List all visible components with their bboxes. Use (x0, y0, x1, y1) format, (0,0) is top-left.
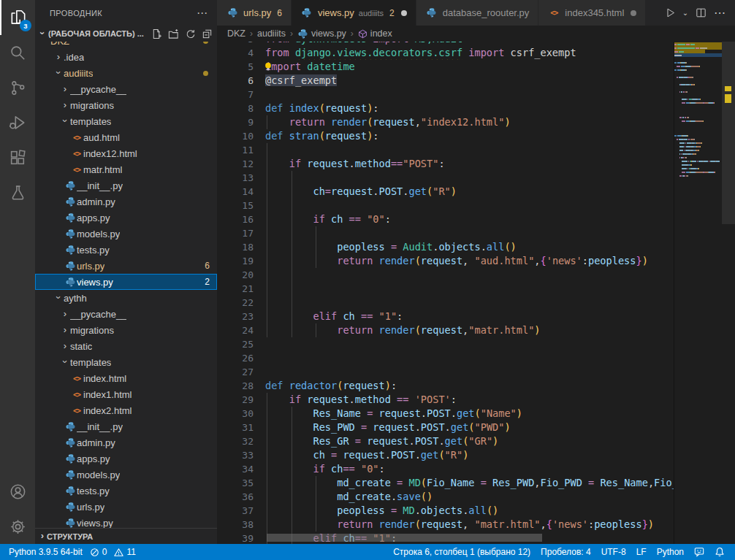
code-line-37[interactable]: 37 peopless = MD.objects.all() (217, 504, 674, 518)
activity-explorer-icon[interactable]: 3 (0, 0, 35, 35)
horizontal-scrollbar-slider[interactable] (267, 534, 542, 542)
code-line-22[interactable]: 22 (217, 296, 674, 310)
activity-account-icon[interactable] (0, 474, 35, 509)
tree-item-admin.py[interactable]: admin.py (35, 434, 217, 450)
line-content[interactable]: elif ch == "1": (265, 310, 674, 323)
status-cursor-position[interactable]: Строка 6, столбец 1 (выбрано 12) (393, 547, 530, 557)
line-content[interactable] (265, 296, 674, 310)
tree-item-urls.py[interactable]: urls.py (35, 499, 217, 515)
tree-item-migrations[interactable]: ›migrations (35, 97, 217, 113)
code-line-29[interactable]: 29 if request.method == 'POST': (217, 393, 674, 407)
tree-item-templates[interactable]: ›templates (35, 354, 217, 370)
tree-item-tests.py[interactable]: tests.py (35, 242, 217, 258)
tree-item-aythh[interactable]: ›aythh (35, 290, 217, 306)
line-content[interactable] (265, 171, 674, 185)
status-problems[interactable]: 011 (90, 547, 140, 557)
activity-search-icon[interactable] (0, 35, 35, 70)
line-content[interactable]: peopless = MD.objects.all() (265, 504, 674, 518)
line-content[interactable]: def index(request): (265, 101, 674, 115)
code-line-4[interactable]: 4from django.views.decorators.csrf impor… (217, 46, 674, 60)
code-line-30[interactable]: 30 Res_Name = request.POST.get("Name") (217, 407, 674, 421)
workspace-section-header[interactable]: › (РАБОЧАЯ ОБЛАСТЬ) ... (35, 26, 217, 42)
line-content[interactable] (265, 365, 674, 379)
tree-item-index12.html[interactable]: <>index12.html (35, 145, 217, 161)
split-editor-button[interactable] (693, 3, 709, 23)
tab-index345.html[interactable]: <>index345.html (538, 0, 646, 26)
tab-urls.py[interactable]: urls.py6 (217, 0, 292, 26)
code-line-11[interactable]: 11 (217, 143, 674, 157)
bell-icon[interactable] (715, 547, 725, 557)
line-content[interactable] (265, 199, 674, 212)
tree-item-__pycache__[interactable]: ›__pycache__ (35, 306, 217, 322)
code-line-36[interactable]: 36 md_create.save() (217, 490, 674, 504)
code-line-26[interactable]: 26 (217, 351, 674, 365)
code-line-33[interactable]: 33 ch = request.POST.get("R") (217, 448, 674, 462)
tree-item-urls.py[interactable]: urls.py6 (35, 258, 217, 274)
code-line-21[interactable]: 21 (217, 282, 674, 296)
horizontal-scrollbar[interactable] (217, 534, 674, 542)
tree-item-migrations[interactable]: ›migrations (35, 322, 217, 338)
code-line-5[interactable]: 5import datetime (217, 60, 674, 74)
line-content[interactable]: def stran(request): (265, 129, 674, 143)
activity-extensions-icon[interactable] (0, 140, 35, 175)
code-line-20[interactable]: 20 (217, 268, 674, 282)
code-line-18[interactable]: 18 peopless = Audit.objects.all() (217, 240, 674, 254)
tree-item-tests.py[interactable]: tests.py (35, 483, 217, 499)
code-line-15[interactable]: 15 (217, 199, 674, 212)
code-line-7[interactable]: 7 (217, 88, 674, 101)
tree-item-matr.html[interactable]: <>matr.html (35, 161, 217, 177)
activity-settings-gear-icon[interactable] (0, 509, 35, 544)
outline-section-header[interactable]: › СТРУКТУРА (35, 528, 217, 544)
line-content[interactable]: md_create = MD(Fio_Name = Res_PWD,Fio_PW… (265, 476, 674, 490)
tree-item-audiiits[interactable]: ›audiiits (35, 65, 217, 81)
tab-views.py[interactable]: views.pyaudiiits2 (292, 0, 416, 26)
line-content[interactable] (265, 337, 674, 351)
tree-item-DKZ[interactable]: ›DKZ (35, 42, 217, 49)
code-line-28[interactable]: 28def redactor(request): (217, 379, 674, 393)
more-editor-actions-icon[interactable]: ⋯ (712, 3, 728, 23)
code-line-32[interactable]: 32 Res_GR = request.POST.get("GR") (217, 434, 674, 448)
line-content[interactable]: peopless = Audit.objects.all() (265, 240, 674, 254)
activity-testing-icon[interactable] (0, 175, 35, 210)
tree-item-templates[interactable]: ›templates (35, 113, 217, 129)
code-line-16[interactable]: 16 if ch == "0": (217, 212, 674, 226)
status-encoding[interactable]: UTF-8 (601, 547, 626, 557)
status-eol[interactable]: LF (636, 547, 647, 557)
code-line-17[interactable]: 17 (217, 226, 674, 240)
code-line-12[interactable]: 12 if request.method=="POST": (217, 157, 674, 171)
tree-item-apps.py[interactable]: apps.py (35, 210, 217, 226)
line-content[interactable]: if request.method=="POST": (265, 157, 674, 171)
line-content[interactable]: Res_GR = request.POST.get("GR") (265, 434, 674, 448)
tree-item-__init__.py[interactable]: __init__.py (35, 418, 217, 434)
tree-item-aud.html[interactable]: <>aud.html (35, 129, 217, 145)
overview-ruler[interactable] (722, 42, 735, 544)
views-and-more-actions-icon[interactable]: ⋯ (197, 7, 208, 20)
code-line-24[interactable]: 24 return render(request,"matr.html") (217, 323, 674, 337)
minimap[interactable] (674, 42, 722, 544)
tree-item-__init__.py[interactable]: __init__.py (35, 177, 217, 193)
line-content[interactable]: if ch == "0": (265, 212, 674, 226)
tree-item-models.py[interactable]: models.py (35, 226, 217, 242)
breadcrumb-item-DKZ[interactable]: DKZ (227, 28, 245, 39)
code-line-19[interactable]: 19 return render(request, "aud.html",{'n… (217, 254, 674, 268)
tree-item-admin.py[interactable]: admin.py (35, 193, 217, 210)
line-content[interactable]: return render(request, "aud.html",{'news… (265, 254, 674, 268)
code-line-6[interactable]: 6@csrf_exempt (217, 74, 674, 88)
tree-item-static[interactable]: ›static (35, 338, 217, 354)
line-content[interactable]: from django.views.decorators.csrf import… (265, 46, 674, 60)
feedback-icon[interactable] (694, 547, 704, 557)
tree-item-.idea[interactable]: ›.idea (35, 49, 217, 65)
code-line-38[interactable]: 38 return render(request, "matr.html",{'… (217, 518, 674, 532)
line-content[interactable]: Res_PWD = request.POST.get("PWD") (265, 421, 674, 434)
breadcrumb-item-audiiits[interactable]: audiiits (257, 28, 286, 39)
status-language-mode[interactable]: Python (657, 547, 684, 557)
collapse-all-icon[interactable] (202, 28, 213, 39)
code-line-13[interactable]: 13 (217, 171, 674, 185)
line-content[interactable]: return render(request, "matr.html",{'new… (265, 518, 674, 532)
lightbulb-icon[interactable] (265, 61, 273, 74)
line-content[interactable] (265, 143, 674, 157)
tree-item-index.html[interactable]: <>index.html (35, 370, 217, 386)
run-dropdown-icon[interactable]: ⌄ (681, 3, 690, 23)
code-line-25[interactable]: 25 (217, 337, 674, 351)
line-content[interactable]: def redactor(request): (265, 379, 674, 393)
